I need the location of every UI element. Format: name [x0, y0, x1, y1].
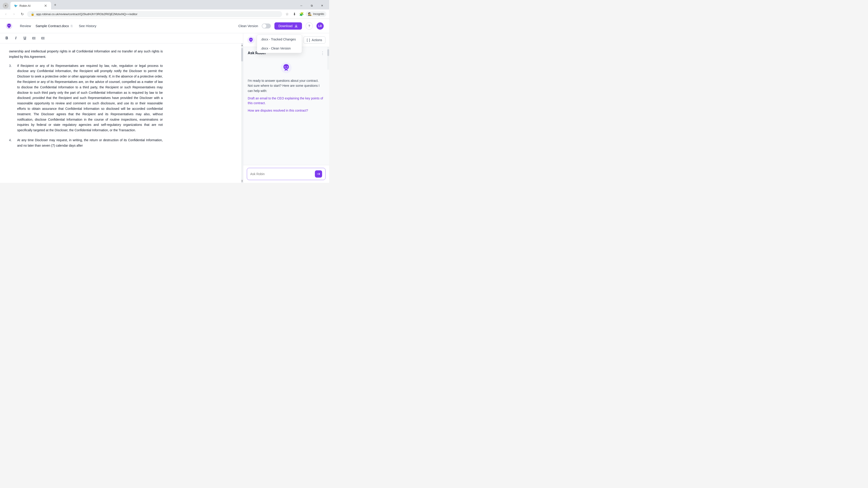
- new-tab-btn[interactable]: +: [52, 2, 58, 8]
- restore-btn[interactable]: ⧉: [307, 2, 317, 9]
- indent-decrease-btn[interactable]: [31, 35, 37, 41]
- download-dropdown: .docx - Tracked Changes .docx - Clean Ve…: [257, 35, 302, 53]
- ask-robin-icon: [280, 62, 292, 74]
- forward-btn[interactable]: ›: [11, 11, 17, 17]
- download-btn-container: Download .docx - Tracked Changes .docx -…: [274, 22, 302, 30]
- indent-increase-icon: [41, 36, 45, 40]
- toolbar-icons: ☆ ⬇ 🧩 🕵 Incognito: [284, 11, 327, 17]
- tab-title: Robin AI: [20, 4, 31, 7]
- download-option-clean[interactable]: .docx - Clean Version: [257, 44, 302, 53]
- scroll-up-btn[interactable]: ▲: [241, 43, 243, 47]
- clean-version-toggle[interactable]: [262, 24, 271, 29]
- browser-toolbar: ‹ › ↻ 🔒 app.robinai.co.uk/review/contrac…: [0, 9, 329, 19]
- ask-robin-section: Ask Robin ⋮ I'm ready to answer: [243, 47, 329, 165]
- suggested-q1[interactable]: Draft an email to the CEO explaining the…: [248, 96, 324, 105]
- download-manager-btn[interactable]: ⬇: [291, 11, 298, 17]
- download-option-tracked[interactable]: .docx - Tracked Changes: [257, 35, 302, 44]
- ask-robin-icon-area: [248, 58, 324, 75]
- address-bar[interactable]: 🔒 app.robinai.co.uk/review/contract/Q29u…: [27, 11, 282, 17]
- actions-bracket-left: [: [307, 38, 308, 42]
- section-3-number: 3.: [9, 63, 13, 133]
- file-name-area: Sample Contract.docx ⎘: [35, 24, 72, 28]
- actions-bracket-right: ]: [309, 38, 310, 42]
- section-3-main: If Recipient or any of its Representativ…: [17, 64, 163, 100]
- back-btn[interactable]: ‹: [3, 11, 9, 17]
- section-3-italic: provided: [33, 96, 45, 100]
- robin-intro-text: I'm ready to answer questions about your…: [248, 78, 324, 93]
- svg-point-2: [9, 25, 10, 26]
- ask-robin-input-wrapper: [247, 168, 326, 180]
- main-content: B I U: [0, 33, 329, 183]
- section-3-cont: that the Recipient and such Representati…: [17, 96, 163, 132]
- underline-btn[interactable]: U: [22, 35, 28, 41]
- section-4-item: 4. At any time Discloser may request, in…: [9, 138, 163, 149]
- nav-review-btn[interactable]: Review: [18, 23, 33, 29]
- scroll-track[interactable]: [241, 43, 243, 183]
- section-4-main: At any time Discloser may request, in wr…: [17, 138, 163, 147]
- send-icon: [317, 172, 320, 176]
- sidebar-scroll-track[interactable]: [327, 47, 329, 70]
- close-btn[interactable]: ✕: [317, 2, 327, 9]
- section-3-text: If Recipient or any of its Representativ…: [17, 63, 163, 133]
- more-options-btn[interactable]: ⋮: [320, 51, 324, 56]
- actions-btn[interactable]: [ ] Actions: [303, 36, 326, 43]
- user-avatar[interactable]: LD: [316, 22, 324, 30]
- doc-text: ownership and intellectual property righ…: [9, 49, 163, 149]
- sidebar-scroll: Ask Robin ⋮ I'm ready to answer: [243, 47, 329, 165]
- browser-chrome: ▾ 🐦 Robin AI ✕ + ─ ⧉ ✕ ‹ › ↻ 🔒 app.robin…: [0, 0, 329, 19]
- reload-btn[interactable]: ↻: [19, 11, 25, 17]
- svg-point-10: [250, 39, 251, 40]
- see-history-btn[interactable]: See History: [77, 23, 98, 29]
- ask-robin-input[interactable]: [250, 172, 313, 176]
- indent-decrease-icon: [32, 36, 36, 40]
- file-copy-icon[interactable]: ⎘: [71, 24, 72, 28]
- app-container: Review Sample Contract.docx ⎘ See Histor…: [0, 19, 329, 183]
- sidebar-scroll-thumb[interactable]: [327, 49, 329, 56]
- minimize-btn[interactable]: ─: [296, 2, 307, 9]
- clean-version-label: Clean Version: [239, 24, 258, 28]
- suggested-q2[interactable]: How are disputes resolved in this contra…: [248, 108, 324, 113]
- tab-group-btn[interactable]: ▾: [3, 3, 8, 8]
- header-right: Clean Version Download .docx - Tracked C…: [239, 22, 324, 30]
- active-tab[interactable]: 🐦 Robin AI ✕: [10, 2, 51, 9]
- extensions-btn[interactable]: 🧩: [298, 11, 305, 17]
- download-icon: [294, 24, 298, 28]
- section-4-text: At any time Discloser may request, in wr…: [17, 138, 163, 149]
- actions-label: Actions: [312, 38, 322, 42]
- file-name-text: Sample Contract.docx: [35, 24, 69, 28]
- svg-point-1: [8, 25, 9, 26]
- editor-toolbar: B I U: [0, 33, 243, 43]
- address-text: app.robinai.co.uk/review/contract/Q29udH…: [36, 12, 278, 16]
- help-btn[interactable]: ?: [306, 22, 313, 30]
- doc-content[interactable]: ownership and intellectual property righ…: [0, 43, 243, 183]
- scroll-thumb[interactable]: [241, 48, 243, 61]
- bold-btn[interactable]: B: [4, 35, 10, 41]
- svg-point-14: [287, 66, 288, 67]
- bookmark-btn[interactable]: ☆: [284, 11, 290, 17]
- tab-close-btn[interactable]: ✕: [43, 4, 48, 8]
- section-3-item: 3. If Recipient or any of its Representa…: [9, 63, 163, 133]
- svg-point-11: [251, 39, 252, 40]
- doc-intro-paragraph: ownership and intellectual property righ…: [9, 49, 163, 60]
- sidebar: [ ] Actions Ask Robin ⋮: [243, 33, 329, 183]
- send-btn[interactable]: [315, 170, 322, 177]
- tab-icon: 🐦: [14, 4, 18, 7]
- ask-robin-input-area: [243, 165, 329, 183]
- italic-btn[interactable]: I: [13, 35, 19, 41]
- scroll-down-btn[interactable]: ▼: [241, 179, 243, 183]
- app-header: Review Sample Contract.docx ⎘ See Histor…: [0, 19, 329, 33]
- logo-area: [5, 22, 13, 30]
- secure-icon: 🔒: [31, 12, 34, 16]
- svg-point-13: [285, 66, 285, 67]
- robin-logo-icon: [5, 22, 13, 30]
- section-4-number: 4.: [9, 138, 13, 149]
- download-label: Download: [278, 24, 292, 28]
- document-area: B I U: [0, 33, 243, 183]
- indent-increase-btn[interactable]: [40, 35, 46, 41]
- sidebar-robin-icon: [247, 36, 255, 44]
- download-btn[interactable]: Download: [274, 22, 302, 30]
- incognito-badge: 🕵 Incognito: [306, 11, 327, 17]
